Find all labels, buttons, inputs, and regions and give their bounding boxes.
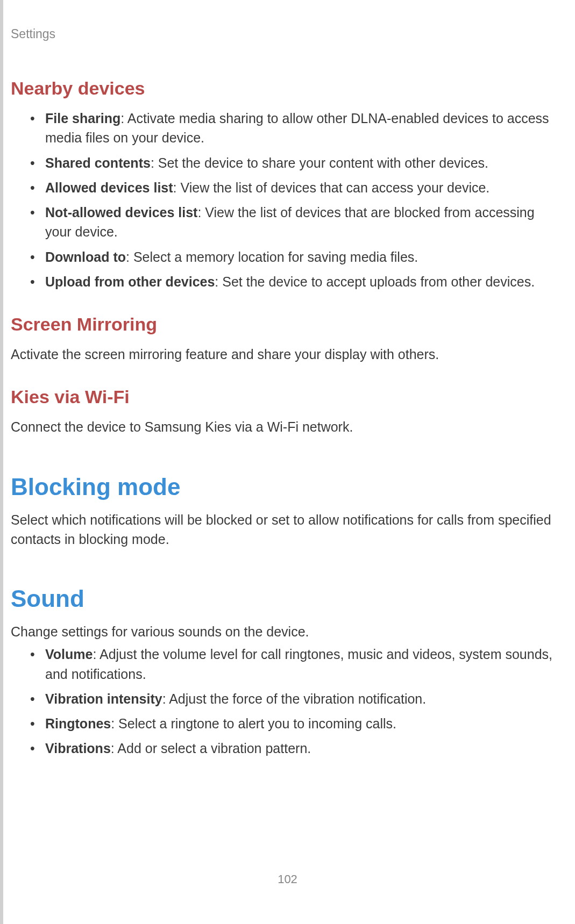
header-section-label: Settings: [11, 27, 564, 41]
list-item: Vibration intensity: Adjust the force of…: [32, 689, 564, 708]
list-item: Not-allowed devices list: View the list …: [32, 203, 564, 242]
list-term: Ringtones: [45, 716, 111, 731]
list-item: Volume: Adjust the volume level for call…: [32, 644, 564, 684]
list-term: Not-allowed devices list: [45, 205, 197, 220]
list-desc: : Select a ringtone to alert you to inco…: [111, 716, 396, 731]
page-content: Settings Nearby devices File sharing: Ac…: [0, 0, 575, 758]
list-desc: : Activate media sharing to allow other …: [45, 111, 549, 145]
list-term: Shared contents: [45, 155, 151, 170]
heading-kies: Kies via Wi-Fi: [11, 386, 564, 407]
list-item: Allowed devices list: View the list of d…: [32, 178, 564, 197]
list-term: Download to: [45, 249, 126, 264]
kies-body: Connect the device to Samsung Kies via a…: [11, 417, 564, 436]
heading-sound: Sound: [11, 585, 564, 612]
page-edge-decoration: [0, 0, 3, 924]
list-desc: : Add or select a vibration pattern.: [111, 741, 311, 756]
list-item: Shared contents: Set the device to share…: [32, 153, 564, 173]
list-desc: : Set the device to accept uploads from …: [215, 274, 535, 289]
list-desc: : Adjust the force of the vibration noti…: [162, 691, 427, 706]
sound-list: Volume: Adjust the volume level for call…: [11, 644, 564, 758]
list-term: Vibrations: [45, 741, 111, 756]
list-item: Ringtones: Select a ringtone to alert yo…: [32, 714, 564, 733]
heading-screen-mirroring: Screen Mirroring: [11, 314, 564, 335]
list-term: Allowed devices list: [45, 180, 173, 195]
list-term: File sharing: [45, 111, 120, 126]
heading-nearby-devices: Nearby devices: [11, 78, 564, 99]
sound-body: Change settings for various sounds on th…: [11, 622, 564, 641]
list-desc: : View the list of devices that can acce…: [173, 180, 490, 195]
nearby-devices-list: File sharing: Activate media sharing to …: [11, 109, 564, 291]
heading-blocking-mode: Blocking mode: [11, 474, 564, 500]
list-desc: : Set the device to share your content w…: [151, 155, 488, 170]
list-desc: : Select a memory location for saving me…: [126, 249, 418, 264]
list-desc: : Adjust the volume level for call ringt…: [45, 647, 552, 681]
list-item: Vibrations: Add or select a vibration pa…: [32, 739, 564, 758]
list-term: Volume: [45, 647, 93, 662]
list-term: Upload from other devices: [45, 274, 215, 289]
list-item: File sharing: Activate media sharing to …: [32, 109, 564, 148]
screen-mirroring-body: Activate the screen mirroring feature an…: [11, 345, 564, 364]
blocking-mode-body: Select which notifications will be block…: [11, 510, 564, 549]
page-number: 102: [0, 872, 575, 886]
list-term: Vibration intensity: [45, 691, 162, 706]
list-item: Download to: Select a memory location fo…: [32, 247, 564, 267]
list-item: Upload from other devices: Set the devic…: [32, 272, 564, 291]
